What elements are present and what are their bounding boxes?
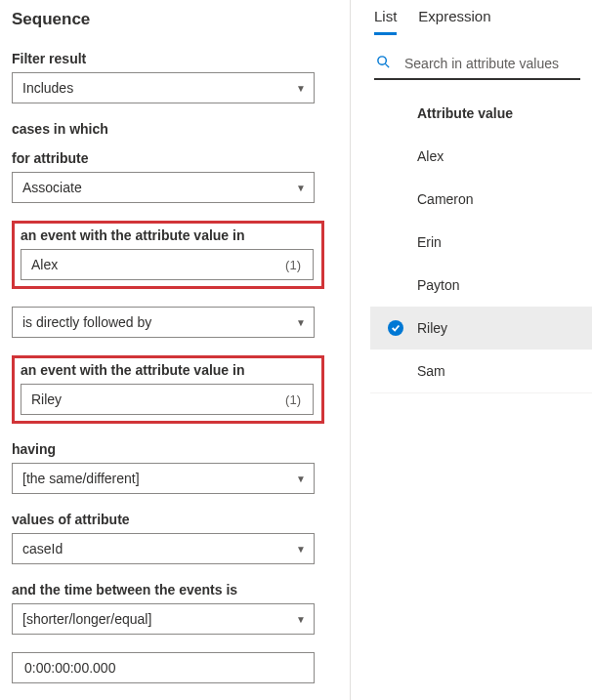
event2-select[interactable]: Riley (1): [21, 384, 314, 415]
for-attribute-value: Associate: [22, 180, 290, 195]
list-item-label: Payton: [417, 277, 460, 293]
duration-field: [12, 652, 338, 683]
followed-by-select[interactable]: is directly followed by ▼: [12, 307, 315, 338]
filter-result-label: Filter result: [12, 51, 338, 66]
event2-label: an event with the attribute value in: [21, 362, 316, 378]
tab-list[interactable]: List: [374, 4, 397, 35]
event1-label: an event with the attribute value in: [21, 227, 316, 243]
list-header: Attribute value: [370, 105, 592, 135]
list-item-label: Sam: [417, 363, 445, 379]
time-between-field: and the time between the events is [shor…: [12, 582, 338, 635]
event1-box: an event with the attribute value in Ale…: [12, 221, 324, 289]
values-of-label: values of attribute: [12, 512, 338, 527]
list-item[interactable]: Payton: [370, 264, 592, 307]
search-row[interactable]: [374, 53, 580, 80]
for-attribute-select[interactable]: Associate ▼: [12, 172, 315, 203]
page-title: Sequence: [12, 10, 338, 29]
filter-result-value: Includes: [22, 80, 290, 96]
filter-result-select[interactable]: Includes ▼: [12, 72, 315, 103]
for-attribute-field: for attribute Associate ▼: [12, 150, 338, 203]
search-input[interactable]: [402, 55, 580, 72]
list-item[interactable]: Erin: [370, 221, 592, 264]
time-between-select[interactable]: [shorter/longer/equal] ▼: [12, 603, 315, 635]
followed-by-value: is directly followed by: [22, 314, 290, 330]
list-item[interactable]: Sam: [370, 350, 592, 392]
event1-select[interactable]: Alex (1): [21, 249, 314, 280]
check-slot: [388, 320, 417, 336]
for-attribute-label: for attribute: [12, 150, 338, 166]
having-field: having [the same/different] ▼: [12, 441, 338, 494]
event2-box: an event with the attribute value in Ril…: [12, 355, 324, 424]
having-label: having: [12, 441, 338, 457]
check-icon: [388, 320, 403, 336]
chevron-down-icon: ▼: [296, 317, 306, 328]
filter-result-field: Filter result Includes ▼: [12, 51, 338, 103]
duration-input-wrap[interactable]: [12, 652, 315, 683]
values-of-select[interactable]: caseId ▼: [12, 533, 315, 564]
list-item[interactable]: Riley: [370, 307, 592, 350]
having-select[interactable]: [the same/different] ▼: [12, 463, 315, 494]
values-of-field: values of attribute caseId ▼: [12, 512, 338, 564]
list-item-label: Erin: [417, 234, 442, 250]
cases-label: cases in which: [12, 121, 338, 137]
event1-value: Alex: [31, 257, 285, 272]
event2-value: Riley: [31, 391, 285, 407]
chevron-down-icon: ▼: [296, 83, 306, 94]
values-panel: List Expression Attribute value AlexCame…: [350, 0, 592, 700]
chevron-down-icon: ▼: [296, 614, 306, 625]
list-item-label: Alex: [417, 148, 444, 164]
event2-count: (1): [285, 392, 301, 407]
svg-line-1: [385, 63, 389, 67]
list-item[interactable]: Alex: [370, 135, 592, 178]
duration-input[interactable]: [22, 659, 306, 677]
values-of-value: caseId: [22, 541, 290, 556]
list-item-label: Cameron: [417, 191, 474, 207]
chevron-down-icon: ▼: [296, 183, 306, 193]
chevron-down-icon: ▼: [296, 474, 306, 484]
svg-point-0: [378, 57, 386, 64]
list-item-label: Riley: [417, 320, 447, 336]
time-between-label: and the time between the events is: [12, 582, 338, 597]
time-between-value: [shorter/longer/equal]: [22, 611, 290, 627]
chevron-down-icon: ▼: [296, 544, 306, 555]
having-value: [the same/different]: [22, 471, 290, 486]
tab-expression[interactable]: Expression: [418, 4, 490, 35]
followed-by-field: is directly followed by ▼: [12, 307, 338, 338]
event1-count: (1): [285, 258, 301, 272]
tabs: List Expression: [370, 4, 592, 35]
search-icon: [376, 55, 391, 72]
sequence-panel: Sequence Filter result Includes ▼ cases …: [0, 0, 350, 700]
list-item[interactable]: Cameron: [370, 178, 592, 221]
attribute-list: AlexCameronErinPaytonRileySam: [370, 135, 592, 393]
